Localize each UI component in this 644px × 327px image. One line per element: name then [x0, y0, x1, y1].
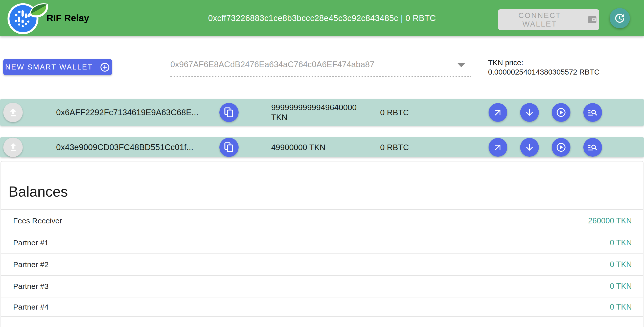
smart-wallet-select[interactable]: 0x967AF6E8ACdB2476Ea634aC764c0A6EF474aba… [170, 58, 471, 77]
receive-button[interactable] [520, 138, 539, 157]
token-price-label: TKN price: [488, 58, 600, 67]
search-list-icon [587, 107, 598, 118]
balance-row-label: Partner #4 [13, 303, 49, 311]
smart-wallet-row: 0x43e9009CD03FC48BD551Cc01f... 49900000 … [0, 137, 644, 157]
play-circle-icon [556, 107, 566, 118]
connect-wallet-label: CONNECT WALLET [500, 11, 580, 28]
copy-icon [223, 142, 235, 153]
copy-icon [223, 107, 235, 118]
arrow-up-right-icon [493, 107, 503, 118]
smart-wallet-address: 0x43e9009CD03FC48BD551Cc01f... [56, 143, 193, 152]
wallet-rbtc-balance: 0 RBTC [380, 143, 409, 152]
smart-wallet-select-value: 0x967AF6E8ACdB2476Ea634aC764c0A6EF474aba… [170, 60, 374, 69]
token-price-value: 0.00000254014380305572 RBTC [488, 67, 600, 77]
arrow-down-icon [524, 142, 535, 152]
balance-row-value: 0 TKN [610, 302, 632, 312]
caret-down-icon [457, 63, 465, 67]
deploy-wallet-button[interactable] [3, 137, 23, 157]
receive-button[interactable] [520, 103, 539, 122]
balance-row-label: Fees Receiver [13, 217, 62, 225]
balance-row-label: Partner #1 [13, 239, 49, 247]
wallet-token-balance: 49900000 TKN [271, 142, 367, 152]
wallet-rbtc-balance: 0 RBTC [380, 108, 409, 117]
balance-row-value: 0 TKN [610, 282, 632, 291]
table-row: Partner #4 0 TKN [1, 297, 643, 317]
execute-button[interactable] [552, 103, 570, 122]
copy-address-button[interactable] [219, 138, 239, 157]
new-smart-wallet-button[interactable]: NEW SMART WALLET [3, 59, 112, 75]
upload-icon [8, 107, 19, 118]
refresh-clock-icon [614, 12, 626, 24]
table-row: Partner #1 0 TKN [1, 232, 643, 253]
connect-wallet-button[interactable]: CONNECT WALLET [498, 9, 599, 30]
search-list-icon [587, 142, 598, 153]
table-row: Fees Receiver 260000 TKN [1, 209, 643, 232]
upload-icon [8, 142, 19, 153]
balance-row-value: 0 TKN [610, 238, 632, 247]
app-header: RIF Relay 0xcff73226883c1ce8b3bccc28e45c… [0, 0, 644, 36]
inspect-transactions-button[interactable] [583, 138, 602, 157]
balance-row-label: Partner #2 [13, 260, 49, 269]
balance-row-value: 0 TKN [610, 260, 632, 269]
arrow-down-icon [524, 107, 535, 118]
arrow-up-right-icon [493, 142, 503, 152]
transfer-button[interactable] [489, 103, 507, 122]
plus-circle-icon [100, 62, 110, 73]
balance-row-value: 260000 TKN [588, 216, 632, 225]
balance-row-label: Partner #3 [13, 282, 49, 291]
wallet-token-balance: 9999999999949640000 TKN [271, 103, 367, 122]
play-circle-icon [556, 142, 566, 153]
new-smart-wallet-label: NEW SMART WALLET [5, 63, 93, 71]
inspect-transactions-button[interactable] [583, 103, 602, 122]
table-row: Partner #3 0 TKN [1, 275, 643, 297]
balances-card: Balances Fees Receiver 260000 TKN Partne… [1, 161, 643, 327]
refresh-button[interactable] [610, 8, 630, 28]
transfer-button[interactable] [489, 138, 507, 157]
execute-button[interactable] [552, 138, 570, 157]
token-price: TKN price: 0.00000254014380305572 RBTC [488, 58, 600, 77]
wallet-icon [587, 14, 597, 25]
balances-title: Balances [9, 183, 68, 200]
balances-table: Fees Receiver 260000 TKN Partner #1 0 TK… [1, 209, 643, 317]
deploy-wallet-button[interactable] [3, 103, 23, 122]
smart-wallet-row: 0x6AFF2292Fc7134619E9A63C68E... 99999999… [0, 99, 644, 126]
smart-wallet-address: 0x6AFF2292Fc7134619E9A63C68E... [56, 108, 198, 117]
copy-address-button[interactable] [219, 103, 239, 122]
table-row: Partner #2 0 TKN [1, 253, 643, 275]
